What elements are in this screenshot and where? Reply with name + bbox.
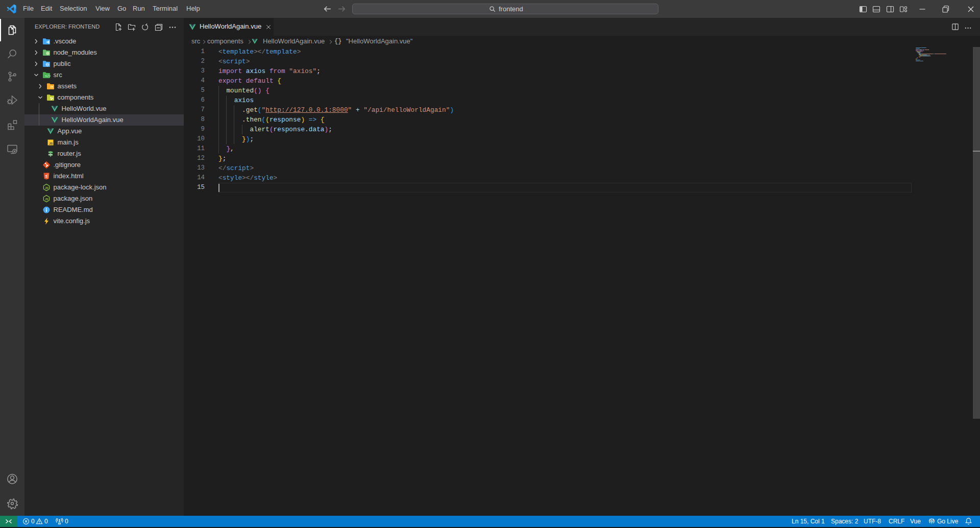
svg-text:JS: JS bbox=[49, 142, 53, 145]
svg-text:5: 5 bbox=[45, 175, 47, 178]
svg-text:JS: JS bbox=[45, 186, 48, 189]
svg-text:JS: JS bbox=[45, 198, 48, 201]
svg-text:</>: </> bbox=[45, 75, 51, 78]
